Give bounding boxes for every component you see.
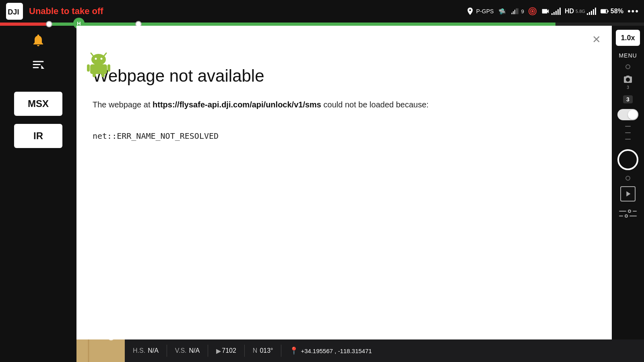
progress-green <box>48 23 555 26</box>
alert-title: Unable to take off <box>29 6 103 16</box>
hd-freq: 5.8G <box>576 9 585 14</box>
divider-2 <box>208 345 208 357</box>
pin-icon: 📍 <box>289 346 298 355</box>
settings-knob-2 <box>625 214 628 218</box>
settings-dash-3 <box>619 216 623 216</box>
hs-label: H.S. <box>133 347 145 354</box>
svg-point-31 <box>95 58 97 60</box>
svg-rect-35 <box>107 64 110 72</box>
settings-dash-2 <box>633 211 637 212</box>
mode-toggle[interactable] <box>617 109 638 120</box>
svg-rect-11 <box>33 67 39 68</box>
dji-logo: DJI <box>5 2 24 21</box>
webview-dialog: ✕ Webpage not available The webpage at h… <box>76 26 612 339</box>
battery-status: FA 58% <box>600 7 623 16</box>
camera-sublabel: 3 <box>627 85 629 90</box>
camera-button[interactable]: 3 <box>623 75 633 90</box>
svg-point-30 <box>91 54 106 65</box>
left-sidebar: MSX IR <box>0 26 76 362</box>
coordinates-stat: 📍 +34.195567 , -118.315471 <box>289 346 372 355</box>
vs-value: N/A <box>189 347 200 354</box>
play-icon: ▶ <box>216 347 221 355</box>
body-suffix: could not be loaded because: <box>321 100 429 109</box>
rc-signal-status: 9 <box>511 7 524 16</box>
svg-point-5 <box>532 10 533 12</box>
svg-text:🛸: 🛸 <box>498 8 506 15</box>
svg-text:DJI: DJI <box>8 8 19 16</box>
direction-label: N <box>253 347 258 354</box>
vertical-speed-stat: V.S. N/A <box>175 347 200 354</box>
hd-label: HD <box>565 8 574 15</box>
zoom-button[interactable]: 1.0x <box>616 30 640 46</box>
dialog-content: Webpage not available The webpage at htt… <box>76 26 612 157</box>
hs-value: N/A <box>148 347 159 354</box>
gps-label: P-GPS <box>476 8 494 14</box>
topbar-status-row: P-GPS 🛸 9 <box>466 6 639 16</box>
toggle-knob <box>628 110 638 119</box>
menu-button[interactable]: MENU <box>619 52 637 59</box>
slider-dash-2 <box>625 132 631 133</box>
vs-label: V.S. <box>175 347 187 354</box>
shutter-button[interactable] <box>617 149 638 170</box>
drone-status: 🛸 <box>498 7 507 16</box>
hd-status: HD 5.8G <box>565 8 596 15</box>
svg-rect-10 <box>33 64 41 65</box>
svg-rect-9 <box>33 61 44 62</box>
right-sidebar: 1.0x MENU 3 3 <box>612 26 644 339</box>
slider-dash-1 <box>625 126 631 127</box>
svg-marker-12 <box>41 65 45 69</box>
rc-dot-2 <box>625 176 630 181</box>
settings-row-2 <box>619 214 637 218</box>
divider-4 <box>281 345 281 357</box>
divider-3 <box>244 345 245 357</box>
rc-dot-1 <box>625 64 630 69</box>
hd-signal-bars <box>587 8 596 15</box>
body-prefix: The webpage at <box>93 100 153 109</box>
dialog-close-button[interactable]: ✕ <box>589 32 604 47</box>
topbar: DJI Unable to take off P-GPS 🛸 9 <box>0 0 644 23</box>
svg-point-32 <box>101 58 103 60</box>
settings-dash-4 <box>630 216 637 216</box>
video-signal-bars <box>551 8 561 15</box>
gps-status: P-GPS <box>466 7 494 16</box>
progress-handle-left[interactable] <box>46 21 52 27</box>
video-id: 7102 <box>222 347 236 354</box>
notification-button[interactable] <box>28 30 49 51</box>
heading-stat: N 013° <box>253 347 273 354</box>
msx-button[interactable]: MSX <box>14 92 62 116</box>
more-options-button[interactable]: ••• <box>627 6 639 16</box>
signal-count: 9 <box>521 8 524 14</box>
playback-button[interactable] <box>620 186 636 202</box>
svg-rect-37 <box>101 73 105 77</box>
settings-row-1 <box>619 210 637 213</box>
heading-value: 013° <box>260 347 273 354</box>
svg-text:FA: FA <box>601 10 604 13</box>
divider-1 <box>167 345 167 357</box>
svg-rect-36 <box>93 73 96 77</box>
speaker-list-button[interactable] <box>28 55 49 76</box>
aperture-badge: 3 <box>623 95 633 103</box>
settings-knob-1 <box>628 210 631 213</box>
video-id-stat: ▶ 7102 <box>216 347 236 355</box>
coordinates-value: +34.195567 , -118.315471 <box>301 348 372 354</box>
settings-button[interactable] <box>619 210 637 218</box>
error-code: net::ERR_NAME_NOT_RESOLVED <box>93 131 596 141</box>
android-icon <box>85 50 113 78</box>
battery-percent: 58% <box>611 8 623 15</box>
svg-rect-34 <box>87 64 90 72</box>
settings-dash-1 <box>619 211 626 212</box>
webpage-not-available-title: Webpage not available <box>93 66 596 86</box>
slider-dash-3 <box>625 139 631 140</box>
progress-bar-row: H <box>0 23 644 26</box>
svg-rect-33 <box>90 64 107 74</box>
progress-red <box>0 23 48 26</box>
horizontal-speed-stat: H.S. N/A <box>133 347 159 354</box>
warning-status <box>528 7 537 16</box>
ir-button[interactable]: IR <box>14 124 62 148</box>
webpage-error-body: The webpage at https://flysafe-api.dji.c… <box>93 98 596 111</box>
error-url[interactable]: https://flysafe-api.dji.com/api/unlock/v… <box>153 100 321 109</box>
bottom-status-bar: H.S. N/A V.S. N/A ▶ 7102 N 013° 📍 +34.19… <box>125 339 644 362</box>
video-signal-status <box>541 7 561 16</box>
